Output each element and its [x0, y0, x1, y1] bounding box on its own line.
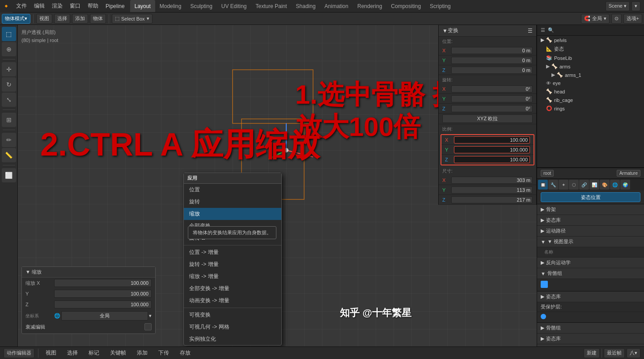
skeleton-section-header[interactable]: ▶ 骨架: [537, 204, 644, 215]
outliner-item-arms[interactable]: ▶ 🦴 arms: [542, 62, 644, 71]
select-tool-icon[interactable]: ⬚: [2, 27, 16, 41]
pos-y-value[interactable]: 0 m: [451, 57, 533, 64]
context-item-rotation[interactable]: 旋转: [184, 196, 281, 208]
pos-z-value[interactable]: 0 m: [451, 67, 533, 74]
poseblib-section-header[interactable]: ▶ 姿态库: [537, 215, 644, 226]
prop-tab-object[interactable]: 🔲: [538, 180, 548, 190]
outliner-item-eye[interactable]: 👁 eye: [542, 79, 644, 87]
rotate-tool-icon[interactable]: ↻: [2, 77, 16, 92]
transform-header[interactable]: ▼ 变换 ☰: [439, 25, 536, 37]
outliner-item-poseblib[interactable]: 📚 PoseLib: [542, 54, 644, 62]
outliner-item-posture[interactable]: 📐 姿态: [542, 44, 644, 54]
prop-tab-world[interactable]: 🌍: [620, 180, 630, 190]
select-btn[interactable]: 选择: [54, 14, 70, 24]
select-box-dropdown[interactable]: ⬚ Select Box ▾: [112, 14, 153, 24]
bottom-marker[interactable]: 标记: [85, 347, 103, 359]
tab-shading[interactable]: Shading: [292, 0, 320, 12]
context-item-rot-delta[interactable]: 旋转 -> 增量: [184, 258, 281, 270]
transform-menu-icon[interactable]: ☰: [528, 28, 533, 34]
pos-x-value[interactable]: 0 m: [451, 47, 533, 54]
object-selector[interactable]: root: [541, 170, 554, 177]
posture3-header[interactable]: ▶ 姿态库: [537, 334, 644, 344]
bottom-select[interactable]: 选择: [64, 347, 81, 359]
coord-selector[interactable]: 🌐 全局 ▾: [54, 311, 152, 321]
snap-dropdown[interactable]: 🧲 全局 ▾: [581, 14, 610, 24]
view-btn[interactable]: 视图: [36, 14, 52, 24]
scale-y-input[interactable]: 100.000: [54, 290, 152, 298]
outliner-item-arms1[interactable]: ▶ 🦴 arms_1: [548, 71, 644, 79]
move-tool-icon[interactable]: ✛: [2, 62, 16, 76]
tab-layout[interactable]: Layout: [130, 0, 155, 12]
tab-compositing[interactable]: Compositing: [386, 0, 425, 12]
tab-texture-paint[interactable]: Texture Paint: [251, 0, 292, 12]
prop-tab-scene[interactable]: 🌐: [610, 180, 620, 190]
context-item-anim-delta[interactable]: 动画变换 -> 增量: [184, 295, 281, 307]
bottom-save[interactable]: 存放: [176, 347, 194, 359]
context-item-all-delta[interactable]: 全部变换 -> 增量: [184, 283, 281, 295]
rot-y-value[interactable]: 0°: [451, 95, 533, 102]
tab-scripting[interactable]: Scripting: [425, 0, 455, 12]
prop-tab-physics[interactable]: ⬡: [569, 180, 579, 190]
options-btn[interactable]: 选项+: [623, 14, 642, 24]
dim-z-value[interactable]: 217 m: [451, 196, 533, 203]
outliner-item-rings[interactable]: ⭕ rings: [542, 104, 644, 113]
menu-pipeline[interactable]: Pipeline: [102, 0, 128, 12]
menu-edit[interactable]: 编辑: [30, 0, 48, 12]
annotate-tool-icon[interactable]: ✏: [2, 133, 16, 147]
dampen-checkbox[interactable]: [144, 323, 152, 330]
object-mode-dropdown[interactable]: 物体模式 ▾: [2, 14, 30, 24]
scale-x-value[interactable]: 100.000: [454, 136, 530, 144]
frame-counter[interactable]: 八▾: [627, 348, 640, 358]
context-item-scale[interactable]: 缩放: [184, 208, 281, 220]
coord-value[interactable]: 全局: [61, 311, 148, 321]
menu-window[interactable]: 窗口: [66, 0, 84, 12]
viewport-display-header[interactable]: ▼ ▼ 视图显示: [537, 237, 644, 247]
rot-x-value[interactable]: 0°: [451, 85, 533, 93]
outliner-item-rib-cage[interactable]: 🦴 rib_cage: [542, 96, 644, 104]
dim-y-value[interactable]: 113 m: [451, 186, 533, 194]
scale-y-value[interactable]: 100.000: [454, 146, 530, 153]
scale-x-input[interactable]: 100.000: [54, 279, 152, 287]
scale-panel-header[interactable]: ▼ 缩放: [22, 267, 155, 278]
rot-z-value[interactable]: 0°: [451, 105, 533, 112]
tab-sculpting[interactable]: Sculpting: [186, 0, 216, 12]
ik-section-header[interactable]: ▶ 反向运动学: [537, 258, 644, 268]
outliner-item-pelvis[interactable]: ▶ 🦴 pelvis: [537, 36, 644, 44]
context-item-position[interactable]: 位置: [184, 184, 281, 196]
bottom-keyframe[interactable]: 关键帧: [106, 347, 130, 359]
dim-x-value[interactable]: 303 m: [451, 177, 533, 184]
view-layer-selector[interactable]: ▾: [631, 1, 640, 11]
object-btn[interactable]: 物体: [90, 14, 106, 24]
scale-z-input[interactable]: 100.000: [54, 300, 152, 308]
proportional-edit-btn[interactable]: ⊙: [611, 14, 622, 24]
bottom-add[interactable]: 添加: [133, 347, 151, 359]
scale-z-value[interactable]: 100.000: [454, 156, 530, 163]
object-tool-icon[interactable]: ⬜: [2, 168, 16, 182]
bottom-view[interactable]: 视图: [42, 347, 60, 359]
prop-tab-constraints[interactable]: 🔗: [579, 180, 589, 190]
cursor-tool-icon[interactable]: ⊕: [2, 42, 16, 56]
tab-modeling[interactable]: Modeling: [155, 0, 186, 12]
context-item-visual-geo[interactable]: 可视几何 -> 网格: [184, 321, 281, 333]
context-item-scale-delta[interactable]: 缩放 -> 增量: [184, 270, 281, 283]
armature-selector[interactable]: Armature: [617, 170, 640, 177]
menu-help[interactable]: 帮助: [84, 0, 102, 12]
bottom-channel[interactable]: 下传: [155, 347, 173, 359]
scale-tool-icon[interactable]: ⤡: [2, 93, 16, 107]
prop-tab-material[interactable]: 🎨: [600, 180, 610, 190]
transform-tool-icon[interactable]: ⊞: [2, 113, 16, 127]
tab-rendering[interactable]: Rendering: [353, 0, 386, 12]
context-item-visual[interactable]: 可视变换: [184, 309, 281, 321]
measure-tool-icon[interactable]: 📏: [2, 148, 16, 162]
rot-mode-value[interactable]: XYZ 欧拉: [442, 114, 533, 123]
add-btn[interactable]: 添加: [72, 14, 88, 24]
prop-tab-data[interactable]: 📊: [589, 180, 599, 190]
pose-position-btn[interactable]: 姿态位置: [541, 192, 640, 202]
prop-tab-particles[interactable]: ✦: [559, 180, 568, 190]
outliner-item-head[interactable]: 🦴 head: [542, 87, 644, 96]
menu-render[interactable]: 渲染: [48, 0, 66, 12]
bone-groups2-header[interactable]: ▶ 骨骼组: [537, 323, 644, 334]
prop-tab-modifier[interactable]: 🔧: [548, 180, 558, 190]
posture-lib2-header[interactable]: ▶ 姿态库: [537, 291, 644, 302]
scene-selector[interactable]: Scene ▾: [606, 1, 630, 11]
